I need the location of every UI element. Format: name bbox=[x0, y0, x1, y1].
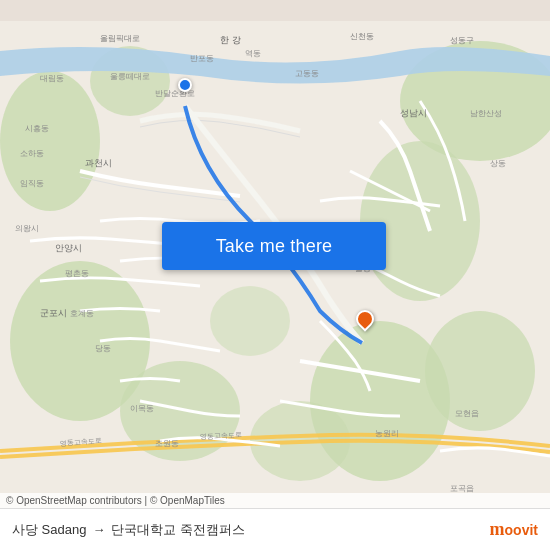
svg-text:남한산성: 남한산성 bbox=[470, 109, 502, 118]
svg-text:모현읍: 모현읍 bbox=[455, 409, 479, 418]
svg-text:임직동: 임직동 bbox=[20, 179, 44, 188]
svg-text:이목동: 이목동 bbox=[130, 404, 154, 413]
moovit-logo: m oovit bbox=[490, 519, 538, 540]
svg-text:고동동: 고동동 bbox=[295, 69, 319, 78]
destination-pin bbox=[356, 310, 374, 334]
svg-text:역동: 역동 bbox=[245, 49, 261, 58]
svg-text:조원동: 조원동 bbox=[155, 439, 179, 448]
arrow-icon: → bbox=[92, 522, 105, 537]
svg-text:성동구: 성동구 bbox=[450, 36, 474, 45]
svg-text:대림동: 대림동 bbox=[40, 74, 64, 83]
svg-text:농원리: 농원리 bbox=[375, 429, 399, 438]
svg-text:당동: 당동 bbox=[95, 344, 111, 353]
origin-pin bbox=[178, 78, 192, 92]
svg-point-2 bbox=[360, 141, 480, 301]
svg-text:상동: 상동 bbox=[490, 159, 506, 168]
svg-text:올림픽대로: 올림픽대로 bbox=[100, 34, 140, 43]
svg-point-9 bbox=[10, 261, 150, 421]
svg-text:평촌동: 평촌동 bbox=[65, 269, 89, 278]
svg-text:한 강: 한 강 bbox=[220, 35, 241, 45]
svg-text:신천동: 신천동 bbox=[350, 32, 374, 41]
svg-text:의왕시: 의왕시 bbox=[15, 224, 39, 233]
svg-text:포곡읍: 포곡읍 bbox=[450, 484, 474, 493]
svg-text:시흥동: 시흥동 bbox=[25, 124, 49, 133]
svg-text:과천시: 과천시 bbox=[85, 158, 112, 168]
svg-text:군포시: 군포시 bbox=[40, 308, 67, 318]
attribution-text: © OpenStreetMap contributors | © OpenMap… bbox=[6, 495, 225, 506]
map-background: 과천시 안양시 평촌동 호계동 당동 이목동 조원동 의왕시 성남시 율동 농원… bbox=[0, 0, 550, 550]
origin-label: 사당 Sadang bbox=[12, 521, 86, 539]
svg-text:호계동: 호계동 bbox=[70, 309, 94, 318]
map-container: 과천시 안양시 평촌동 호계동 당동 이목동 조원동 의왕시 성남시 율동 농원… bbox=[0, 0, 550, 550]
svg-text:울릉떼대로: 울릉떼대로 bbox=[110, 72, 150, 81]
svg-text:소하동: 소하동 bbox=[20, 149, 44, 158]
destination-label: 단국대학교 죽전캠퍼스 bbox=[111, 521, 245, 539]
svg-text:안양시: 안양시 bbox=[55, 243, 82, 253]
svg-text:성남시: 성남시 bbox=[400, 108, 427, 118]
svg-point-3 bbox=[0, 71, 100, 211]
take-me-there-button[interactable]: Take me there bbox=[162, 222, 386, 270]
attribution-bar: © OpenStreetMap contributors | © OpenMap… bbox=[0, 493, 550, 508]
svg-point-10 bbox=[210, 286, 290, 356]
bottom-navigation: 사당 Sadang → 단국대학교 죽전캠퍼스 m oovit bbox=[0, 508, 550, 550]
moovit-m-letter: m bbox=[490, 519, 505, 540]
svg-text:반포동: 반포동 bbox=[190, 54, 214, 63]
moovit-wordmark: oovit bbox=[505, 522, 538, 538]
svg-point-6 bbox=[425, 311, 535, 431]
